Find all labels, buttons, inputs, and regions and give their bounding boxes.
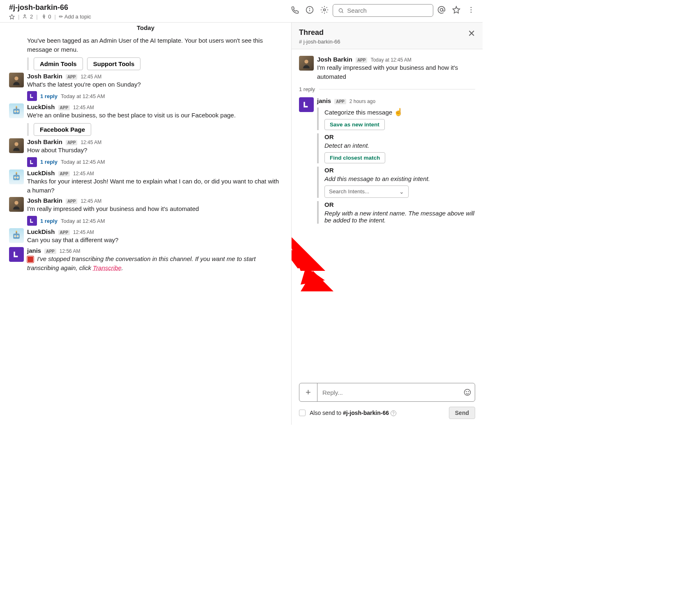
- message-time: 12:45 AM: [73, 229, 94, 235]
- support-tools-button[interactable]: Support Tools: [87, 57, 141, 70]
- reply-avatar[interactable]: [27, 91, 37, 101]
- svg-point-3: [310, 8, 310, 9]
- message-time: 2 hours ago: [350, 98, 375, 104]
- channel-header: #j-josh-barkin-66 | 2 | 0 | ✎ Add a topi…: [0, 0, 483, 23]
- pins-count[interactable]: 0: [41, 14, 51, 20]
- arrow-annotation: [292, 230, 338, 293]
- avatar[interactable]: [9, 138, 24, 153]
- search-icon: [338, 7, 344, 14]
- svg-point-5: [339, 9, 342, 12]
- help-icon[interactable]: ?: [391, 410, 396, 416]
- admin-tools-button[interactable]: Admin Tools: [34, 57, 83, 70]
- svg-point-11: [14, 76, 18, 80]
- reply-avatar[interactable]: [27, 157, 37, 167]
- mentions-icon[interactable]: [437, 6, 446, 14]
- reply-link[interactable]: 1 reply: [40, 218, 57, 224]
- svg-point-36: [464, 389, 471, 396]
- intent-sub: Reply with a new intent name. The messag…: [324, 210, 475, 224]
- thread-title: Thread: [299, 28, 340, 37]
- close-icon[interactable]: ✕: [468, 28, 475, 39]
- more-icon[interactable]: [467, 6, 475, 14]
- svg-point-31: [15, 236, 16, 236]
- info-icon[interactable]: [306, 6, 314, 14]
- app-badge: APP: [334, 99, 346, 104]
- channel-name[interactable]: #j-josh-barkin-66: [9, 3, 287, 12]
- also-send-checkbox[interactable]: [299, 410, 306, 416]
- svg-point-35: [304, 60, 308, 63]
- categorize-label: Categorize this message ☝️: [324, 108, 475, 117]
- star-icon[interactable]: [9, 14, 15, 20]
- avatar[interactable]: [9, 197, 24, 212]
- avatar[interactable]: [299, 56, 314, 71]
- chevron-down-icon: ⌄: [399, 188, 404, 195]
- app-badge: APP: [58, 230, 70, 235]
- thread-subtitle[interactable]: # j-josh-barkin-66: [299, 39, 340, 45]
- reply-link[interactable]: 1 reply: [40, 93, 57, 99]
- message-text: Thanks for your interest Josh! Want me t…: [27, 177, 284, 195]
- avatar[interactable]: [9, 103, 24, 118]
- avatar[interactable]: [9, 228, 24, 243]
- message-author[interactable]: LuckDish: [27, 103, 55, 110]
- search-input[interactable]: [347, 7, 428, 14]
- message-time: 12:56 AM: [60, 248, 80, 254]
- message-row: janis APP 12:56 AM I've stopped transcri…: [0, 245, 291, 273]
- message-author[interactable]: LuckDish: [27, 169, 55, 176]
- reply-link[interactable]: 1 reply: [40, 159, 57, 165]
- intent-block: OR Detect an intent. Find closest match: [317, 133, 475, 163]
- message-list: Today You've been tagged as an Admin Use…: [0, 23, 292, 425]
- message-author[interactable]: Josh Barkin: [317, 56, 352, 63]
- avatar[interactable]: [9, 247, 24, 262]
- message-time: Today at 12:45 AM: [370, 57, 411, 63]
- svg-point-24: [17, 177, 18, 178]
- search-intents-select[interactable]: Search Intents... ⌄: [324, 185, 409, 198]
- intent-sub: Add this message to an existing intent.: [324, 175, 475, 182]
- avatar[interactable]: [9, 169, 24, 184]
- svg-point-18: [16, 106, 17, 108]
- reply-count-divider: 1 reply: [292, 83, 483, 96]
- reply-time: Today at 12:45 AM: [61, 93, 105, 99]
- message-author[interactable]: LuckDish: [27, 228, 55, 235]
- message-row: Josh Barkin APP 12:45 AM How about Thurs…: [0, 137, 291, 168]
- avatar[interactable]: [299, 97, 314, 112]
- message-author[interactable]: Josh Barkin: [27, 138, 62, 145]
- svg-point-7: [440, 9, 443, 11]
- message-author[interactable]: Josh Barkin: [27, 73, 62, 80]
- svg-point-4: [324, 9, 326, 11]
- svg-point-19: [14, 142, 18, 146]
- emoji-icon[interactable]: [460, 388, 475, 396]
- phone-icon[interactable]: [291, 6, 299, 14]
- transcribe-link[interactable]: Transcribe: [93, 264, 122, 271]
- message-row: LuckDish APP 12:45 AM We're an online bu…: [0, 102, 291, 137]
- svg-point-16: [17, 111, 18, 112]
- app-badge: APP: [44, 249, 56, 254]
- message-author[interactable]: janis: [317, 97, 331, 104]
- svg-rect-20: [13, 175, 20, 180]
- svg-point-10: [471, 12, 472, 13]
- message-time: 12:45 AM: [80, 74, 101, 80]
- gear-icon[interactable]: [320, 6, 329, 14]
- message-author[interactable]: janis: [27, 247, 41, 254]
- svg-point-34: [16, 231, 17, 232]
- save-intent-button[interactable]: Save as new intent: [324, 119, 385, 130]
- message-time: 12:45 AM: [80, 140, 101, 145]
- members-count[interactable]: 2: [23, 14, 33, 20]
- send-button[interactable]: Send: [449, 407, 475, 419]
- reply-avatar[interactable]: [27, 216, 37, 226]
- message-action-button[interactable]: Facebook Page: [34, 123, 91, 136]
- add-topic[interactable]: ✎ Add a topic: [59, 14, 91, 20]
- find-match-button[interactable]: Find closest match: [324, 152, 385, 163]
- message-text: We're an online business, so the best pl…: [27, 111, 284, 120]
- avatar[interactable]: [9, 73, 24, 87]
- message-text: What's the latest you're open on Sunday?: [27, 80, 284, 89]
- admin-message: You've been tagged as an Admin User of t…: [0, 34, 291, 71]
- search-box[interactable]: [333, 4, 433, 17]
- message-text: I'm really impressed with your business …: [317, 63, 475, 81]
- intent-sub: Detect an intent.: [324, 142, 475, 149]
- star-outline-icon[interactable]: [452, 6, 460, 14]
- message-author[interactable]: Josh Barkin: [27, 197, 62, 204]
- attach-button[interactable]: +: [299, 383, 317, 401]
- thread-panel: Thread # j-josh-barkin-66 ✕ Josh Barkin …: [292, 23, 483, 425]
- or-label: OR: [324, 167, 475, 174]
- reply-input[interactable]: [317, 385, 460, 400]
- svg-point-38: [468, 392, 469, 392]
